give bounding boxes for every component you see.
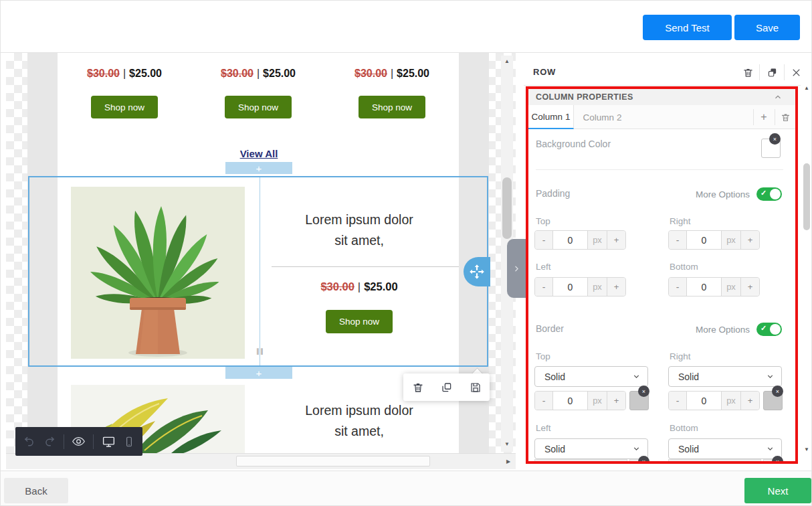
delete-column-button[interactable] <box>777 110 793 124</box>
duplicate-row-icon[interactable] <box>765 66 779 79</box>
save-row-icon[interactable] <box>470 382 482 394</box>
column-tabs: Column 1 Column 2 + <box>528 105 795 129</box>
chevron-right-icon <box>512 264 521 273</box>
product-column[interactable]: $30.00|$25.00 Shop now <box>325 53 459 133</box>
border-left-style-select[interactable]: Solid <box>534 438 648 459</box>
border-top-style-select[interactable]: Solid <box>534 366 648 387</box>
view-all-link[interactable]: View All <box>225 148 292 160</box>
increment-button[interactable]: + <box>741 231 759 249</box>
add-column-button[interactable]: + <box>756 110 772 124</box>
border-right-style-select[interactable]: Solid <box>668 366 782 387</box>
panel-collapse-tab[interactable] <box>507 239 526 298</box>
increment-button[interactable]: + <box>741 278 759 296</box>
chevron-up-icon[interactable] <box>773 92 783 102</box>
decrement-button[interactable]: - <box>535 278 553 296</box>
toolbar-divider <box>64 434 64 449</box>
back-button[interactable]: Back <box>4 478 68 503</box>
scroll-right-arrow[interactable]: ▶ <box>502 458 514 465</box>
value-input[interactable]: 0 <box>687 278 722 296</box>
product-column[interactable]: $30.00|$25.00 Shop now <box>58 53 191 133</box>
padding-more-options-toggle[interactable]: ✓ <box>756 187 782 201</box>
shop-now-button[interactable]: Shop now <box>225 96 292 118</box>
save-button[interactable]: Save <box>734 15 800 40</box>
border-bottom-width-stepper[interactable] <box>668 459 761 462</box>
decrement-button[interactable]: - <box>669 392 687 410</box>
close-panel-icon[interactable] <box>789 66 803 79</box>
row-action-toolbar <box>403 373 490 401</box>
email-canvas: $30.00|$25.00 Shop now $30.00|$25.00 Sho… <box>6 53 516 469</box>
background-color-label: Background Color <box>536 139 611 149</box>
shop-now-button[interactable]: Shop now <box>359 96 425 118</box>
add-row-button[interactable]: + <box>225 367 292 379</box>
redo-icon[interactable] <box>43 435 56 448</box>
clear-color-badge[interactable]: × <box>638 386 649 397</box>
check-icon: ✓ <box>760 324 767 333</box>
delete-row-icon[interactable] <box>740 66 755 79</box>
increment-button[interactable]: + <box>741 392 759 410</box>
move-icon <box>468 263 486 280</box>
tab-column-2[interactable]: Column 2 <box>575 105 630 129</box>
panel-scroll-down-arrow[interactable]: ▼ <box>801 446 812 452</box>
unit-label: px <box>722 278 741 296</box>
scroll-up-arrow[interactable]: ▲ <box>501 58 513 64</box>
old-price: $30.00 <box>354 68 387 79</box>
increment-button[interactable]: + <box>607 231 625 249</box>
decrement-button[interactable]: - <box>669 231 687 249</box>
price-separator: | <box>387 68 397 79</box>
preview-eye-icon[interactable] <box>72 434 86 448</box>
padding-bottom-label: Bottom <box>670 262 698 272</box>
view-all-text[interactable]: View All <box>240 148 278 159</box>
panel-scroll-up-arrow[interactable]: ▲ <box>801 85 812 91</box>
decrement-button[interactable]: - <box>535 392 553 410</box>
value-input[interactable]: 0 <box>553 231 588 249</box>
increment-button[interactable]: + <box>607 278 625 296</box>
vertical-scroll-thumb[interactable] <box>502 177 512 239</box>
add-row-button[interactable]: + <box>225 162 292 174</box>
border-more-options-toggle[interactable]: ✓ <box>756 323 782 336</box>
decrement-button[interactable]: - <box>669 278 687 296</box>
desktop-view-icon[interactable] <box>102 434 116 448</box>
clear-color-badge[interactable]: × <box>769 133 781 145</box>
top-bar: Send Test Save <box>1 1 812 53</box>
scroll-down-arrow[interactable]: ▼ <box>501 441 513 447</box>
product-column[interactable]: $30.00|$25.00 Shop now <box>191 53 325 133</box>
delete-row-icon[interactable] <box>412 382 424 394</box>
next-button[interactable]: Next <box>744 478 811 503</box>
panel-scroll-thumb[interactable] <box>803 163 810 230</box>
section-header[interactable]: COLUMN PROPERTIES <box>528 89 795 105</box>
mobile-view-icon[interactable] <box>123 436 135 448</box>
featured-price-line[interactable]: $30.00|$25.00 <box>260 280 459 293</box>
featured-text[interactable]: Lorem ipsum dolor sit amet, <box>260 209 459 251</box>
tab-column-1[interactable]: Column 1 <box>528 105 574 129</box>
new-price: $25.00 <box>364 280 397 292</box>
properties-panel: ROW COLUMN PROPERTIES Column 1 Column 2 … <box>524 53 812 471</box>
product-image-plant[interactable] <box>71 187 245 359</box>
border-bottom-style-select[interactable]: Solid <box>668 438 782 459</box>
value-input[interactable]: 0 <box>687 231 722 249</box>
increment-button[interactable]: + <box>607 392 625 410</box>
price-line: $30.00|$25.00 <box>58 68 191 80</box>
undo-icon[interactable] <box>23 435 35 448</box>
border-left-width-stepper[interactable] <box>534 459 627 462</box>
clear-color-badge[interactable]: × <box>638 456 649 464</box>
value-input[interactable]: 0 <box>553 392 588 410</box>
horizontal-scroll-thumb[interactable] <box>236 456 430 467</box>
border-right-width-stepper: - 0 px + <box>668 391 760 410</box>
clear-color-badge[interactable]: × <box>772 456 783 464</box>
shop-now-button[interactable]: Shop now <box>326 310 393 333</box>
shop-now-button[interactable]: Shop now <box>91 96 158 118</box>
row-move-handle[interactable] <box>464 257 490 286</box>
duplicate-row-icon[interactable] <box>441 382 453 394</box>
price-separator: | <box>253 68 263 79</box>
clear-color-badge[interactable]: × <box>772 386 783 397</box>
border-left-label: Left <box>536 423 551 433</box>
decrement-button[interactable]: - <box>535 231 553 249</box>
lorem-line-1: Lorem ipsum dolor <box>260 400 459 421</box>
send-test-button[interactable]: Send Test <box>643 15 732 40</box>
value-input[interactable]: 0 <box>553 278 588 296</box>
value-input[interactable]: 0 <box>687 392 722 410</box>
column-resize-handle[interactable]: ∥∥ <box>253 347 268 355</box>
next-row-text[interactable]: Lorem ipsum dolor sit amet, <box>260 400 459 442</box>
old-price: $30.00 <box>87 68 120 79</box>
panel-header: ROW <box>524 60 801 86</box>
